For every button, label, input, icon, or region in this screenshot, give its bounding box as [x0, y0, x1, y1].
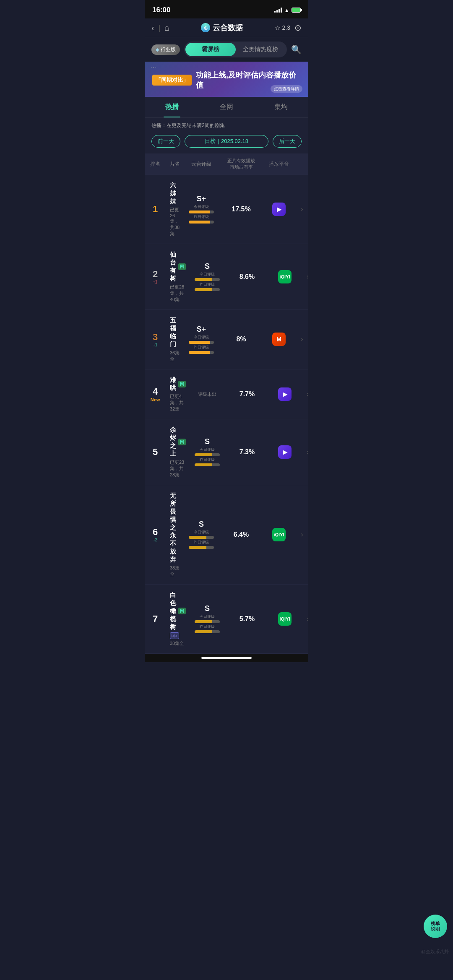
title-col: 无所畏惧之永不放弃 38集全 — [166, 492, 182, 577]
current-date[interactable]: 日榜｜2025.02.18 — [185, 135, 268, 148]
platform-col: iQIYI — [268, 612, 302, 626]
today-rating-bar — [189, 341, 214, 344]
rank-number: 4 — [153, 386, 158, 397]
platform-icon-youku: ▶ — [278, 387, 292, 401]
platform-col: ▶ — [268, 445, 302, 459]
table-row[interactable]: 4 New 难哄网 已更4集，共32集 评级未出 7.7% ▶ › — [145, 369, 308, 419]
rank-col: 2 ↑1 — [145, 269, 166, 284]
rank-col: 1 — [145, 204, 166, 215]
main-tabs: 霸屏榜 全奥情热度榜 — [184, 42, 287, 57]
search-button[interactable]: 🔍 — [291, 44, 302, 55]
platform-col: ▶ — [268, 387, 302, 401]
sub-tabs: 热播 全网 集均 — [145, 97, 308, 118]
nav-bar: ‹ | ⌂ ◎ 云合数据 ☆ 2.3 ⊙ — [145, 18, 308, 37]
rank-number: 1 — [153, 204, 158, 215]
prev-day-button[interactable]: 前一天 — [151, 135, 180, 148]
rank-col: 3 ↓1 — [145, 332, 166, 347]
net-badge: 网 — [178, 608, 186, 614]
drama-subtitle: 38集全 — [170, 565, 180, 577]
today-rating-bar — [195, 278, 220, 281]
platform-col: M — [262, 333, 296, 346]
arrow-col: › — [302, 273, 308, 281]
percent-col: 17.5% — [220, 205, 262, 213]
percent-col: 8% — [220, 335, 262, 343]
drama-subtitle: 已更26集，共38集 — [170, 207, 180, 237]
table-row[interactable]: 6 ↓2 无所畏惧之永不放弃 38集全 S 今日评级 昨日评级 6.4% iQI… — [145, 485, 308, 585]
yesterday-rating-bar — [195, 288, 220, 291]
yesterday-rating-bar — [189, 546, 214, 549]
platform-col: ▶ — [262, 203, 296, 216]
drama-title: 五福临门 — [170, 317, 180, 348]
header-rating: 云合评级 — [182, 161, 220, 168]
header-rank: 排名 — [145, 161, 166, 168]
vip-badge: ▷▷ — [170, 632, 179, 639]
percent-col: 6.4% — [220, 531, 262, 538]
status-time: 16:00 — [152, 6, 170, 14]
tab-quanao[interactable]: 全奥情热度榜 — [236, 43, 286, 56]
table-row[interactable]: 7 白色橄榄树网 ▷▷ 38集全 S 今日评级 昨日评级 5.7% iQIYI — [145, 585, 308, 654]
sub-tab-all[interactable]: 全网 — [199, 97, 254, 117]
scan-button[interactable]: ⊙ — [294, 23, 302, 33]
yesterday-rating-bar — [195, 463, 220, 466]
industry-badge[interactable]: ◆ 行业版 — [151, 44, 180, 55]
percent-col: 7.7% — [226, 390, 268, 398]
drama-title: 六姊妹 — [170, 182, 180, 205]
nav-rating[interactable]: ☆ 2.3 — [275, 24, 290, 32]
banner: 「同期对比」 功能上线,及时评估内容播放价值 点击查看详情 — [145, 62, 308, 97]
platform-col: iQIYI — [262, 528, 296, 541]
drama-title: 难哄网 — [170, 376, 186, 392]
back-button[interactable]: ‹ — [151, 23, 154, 33]
rating-grade: S — [205, 437, 210, 446]
table-row[interactable]: 3 ↓1 五福临门 36集全 S+ 今日评级 昨日评级 8% M — [145, 310, 308, 369]
table-body: 1 六姊妹 已更26集，共38集 S+ 今日评级 昨日评级 17.5% ▶ — [145, 175, 308, 654]
status-icons: ▲ — [274, 7, 301, 13]
rating-col: S 今日评级 昨日评级 — [188, 262, 226, 291]
rating-col: S+ 今日评级 昨日评级 — [182, 325, 220, 354]
star-icon: ☆ — [275, 24, 281, 32]
arrow-col: › — [296, 335, 308, 343]
rating-bar-wrap: 今日评级 昨日评级 — [187, 204, 216, 224]
today-rating-bar — [195, 453, 220, 456]
percent-col: 7.3% — [226, 448, 268, 456]
no-rating-label: 评级未出 — [198, 391, 216, 398]
sub-tab-avg[interactable]: 集均 — [254, 97, 308, 117]
rank-number: 5 — [153, 447, 158, 458]
header-title: 片名 — [166, 161, 182, 168]
next-day-button[interactable]: 后一天 — [273, 135, 302, 148]
rank-change-icon: ↓2 — [153, 538, 158, 542]
title-col: 难哄网 已更4集，共32集 — [166, 376, 188, 412]
tab-row: ◆ 行业版 霸屏榜 全奥情热度榜 🔍 — [145, 37, 308, 62]
table-row[interactable]: 1 六姊妹 已更26集，共38集 S+ 今日评级 昨日评级 17.5% ▶ — [145, 175, 308, 244]
arrow-col: › — [296, 531, 308, 538]
rating-col: S 今日评级 昨日评级 — [182, 520, 220, 549]
table-header: 排名 片名 云合评级 正片有效播放市场占有率 播放平台 — [145, 153, 308, 175]
battery-icon — [292, 8, 301, 13]
drama-subtitle: 38集全 — [170, 640, 186, 647]
home-indicator — [201, 657, 252, 659]
header-platform: 播放平台 — [262, 161, 296, 168]
rank-number: 6 — [153, 527, 158, 538]
platform-icon-iqiyi: iQIYI — [272, 528, 286, 541]
banner-link[interactable]: 点击查看详情 — [271, 85, 302, 93]
tab-baping[interactable]: 霸屏榜 — [185, 43, 236, 56]
logo-icon: ◎ — [201, 23, 210, 32]
platform-icon-youku: ▶ — [278, 445, 292, 459]
sub-tab-hot[interactable]: 热播 — [145, 97, 199, 117]
title-col: 五福临门 36集全 — [166, 317, 182, 362]
rank-number: 3 — [153, 332, 158, 343]
rank-number: 2 — [153, 269, 158, 280]
yesterday-rating-bar — [195, 630, 220, 633]
home-button[interactable]: ⌂ — [164, 23, 169, 33]
rank-change-icon: ↑1 — [153, 280, 158, 284]
rank-col: 7 — [145, 613, 166, 624]
rating-grade: S — [205, 262, 210, 271]
drama-title: 余烬之上网 — [170, 426, 186, 458]
rating-col: S 今日评级 昨日评级 — [188, 437, 226, 466]
table-row[interactable]: 2 ↑1 仙台有树网 已更28集，共40集 S 今日评级 昨日评级 8.6% i… — [145, 244, 308, 310]
today-rating-bar — [189, 211, 214, 213]
table-row[interactable]: 5 余烬之上网 已更23集，共28集 S 今日评级 昨日评级 7.3% ▶ — [145, 419, 308, 485]
drama-subtitle: 已更23集，共28集 — [170, 459, 186, 478]
today-rating-bar — [189, 536, 214, 539]
yesterday-rating-bar — [189, 221, 214, 224]
title-col: 余烬之上网 已更23集，共28集 — [166, 426, 188, 478]
